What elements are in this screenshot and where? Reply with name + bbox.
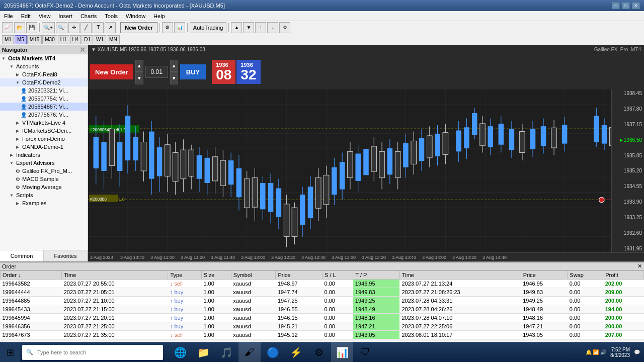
nav-item-ea[interactable]: Expert Advisors [0,159,88,167]
nav-item-acc1[interactable]: 👤 205203321: Vi... [0,86,88,95]
table-row[interactable]: 199647673 2023.07.27 21:35:00 ↓ sell 1.0… [1,331,644,339]
nav-real8-label: OctaFX-Real8 [22,71,57,77]
toolbar-save[interactable]: 💾 [26,22,37,33]
svg-rect-64 [220,160,226,186]
lot-down-arrow2[interactable]: ▼ [170,72,178,84]
menu-edit[interactable]: Edit [17,12,35,20]
table-row[interactable]: 199645433 2023.07.27 21:15:00 ↑ buy 1.00… [1,305,644,314]
nav-item-oanda[interactable]: OANDA-Demo-1 [0,143,88,151]
taskbar-app-mt4[interactable]: 📊 [331,342,353,363]
nav-item-real8[interactable]: OctaFX-Real8 [0,70,88,78]
navigator-close[interactable]: ✕ [79,46,86,54]
tf-m30[interactable]: M30 [42,35,57,44]
toolbar-line[interactable]: ╱ [80,22,92,33]
lot-input[interactable] [145,66,168,78]
taskbar-app-chrome[interactable]: 🔵 [262,342,284,363]
table-row[interactable]: 199645994 2023.07.27 21:20:01 ↑ buy 1.00… [1,314,644,322]
nav-item-scripts[interactable]: Scripts [0,191,88,199]
toolbar-sell[interactable]: ▼ [243,22,254,33]
nav-item-macd[interactable]: ⚙ MACD Sample [0,175,88,183]
taskbar-app-files[interactable]: 📁 [192,342,214,363]
nav-item-forex[interactable]: Forex.com-Demo [0,135,88,143]
tf-m15[interactable]: M15 [27,35,42,44]
tf-h1[interactable]: H1 [58,35,69,44]
toolbar-properties[interactable]: ⚙ [162,22,173,33]
maximize-button[interactable]: □ [622,2,630,9]
lot-up-arrow2[interactable]: ▲ [170,60,178,72]
taskbar-app-vpn[interactable]: 🛡 [354,342,376,363]
nav-item-examples[interactable]: Examples [0,199,88,207]
nav-item-acc4[interactable]: 👤 205775676: Vi... [0,111,88,119]
menu-file[interactable]: File [0,12,17,20]
cell-order: 199647673 [1,331,62,339]
taskbar-app-paint[interactable]: 🖌 [238,342,261,363]
search-icon: 🔍 [26,349,33,355]
nav-item-ma[interactable]: ⚙ Moving Average [0,183,88,191]
minimize-button[interactable]: ─ [612,2,620,9]
cell-time: 2023.07.27 21:15:00 [62,305,168,314]
lot-up-arrow[interactable]: ▲ [135,60,143,72]
tf-d1[interactable]: D1 [82,35,93,44]
toolbar-crosshair[interactable]: ✛ [68,22,79,33]
nav-item-accounts[interactable]: Accounts [0,62,88,70]
taskbar-search-input[interactable] [37,349,159,355]
table-row[interactable]: 199644444 2023.07.27 21:05:01 ↑ buy 1.00… [1,288,644,297]
menu-help[interactable]: Help [149,12,169,20]
nav-item-vtmarkets[interactable]: VTMarkets-Live 4 [0,119,88,127]
menu-tools[interactable]: Tools [101,12,122,20]
toolbar-text[interactable]: T [93,22,104,33]
autotrade-button[interactable]: AutoTrading [190,22,227,33]
toolbar-chart-down[interactable]: ↓ [267,22,278,33]
toolbar-indicators[interactable]: 📊 [174,22,185,33]
tf-w1[interactable]: W1 [94,35,106,44]
taskbar-app-settings[interactable]: ⚙ [308,342,330,363]
col-profit: Profit [603,271,644,280]
expand-icon [0,55,7,62]
start-button[interactable]: ⊞ [0,342,20,363]
new-order-button[interactable]: New Order [120,22,157,33]
menu-view[interactable]: View [35,12,55,20]
examples-icon [14,200,21,207]
svg-rect-72 [252,178,258,208]
buy-button[interactable]: BUY [180,64,206,79]
nav-tab-common[interactable]: Common [0,250,44,261]
toolbar-open[interactable]: 📂 [14,22,25,33]
toolbar-zoom-in[interactable]: 🔍+ [42,22,55,33]
tf-h4[interactable]: H4 [70,35,82,44]
taskbar-notification-icon[interactable]: 💬 [634,349,640,355]
toolbar-chart-up[interactable]: ↑ [255,22,266,33]
menu-charts[interactable]: Charts [76,12,101,20]
toolbar-settings2[interactable]: ⚙ [279,22,290,33]
nav-item-galileo[interactable]: ⚙ Galileo FX_Pro_M... [0,167,88,175]
taskbar-search-box[interactable]: 🔍 [22,345,163,360]
tf-mn[interactable]: MN [107,35,120,44]
orders-table-container[interactable]: Order ↓ Time Type Size Symbol Price S / … [0,270,644,351]
taskbar-app-edge[interactable]: 🌐 [169,342,191,363]
tf-m1[interactable]: M1 [2,35,14,44]
svg-rect-94 [340,162,345,189]
toolbar-new-chart[interactable]: 📈 [2,22,13,33]
table-row[interactable]: 199644885 2023.07.27 21:10:00 ↑ buy 1.00… [1,297,644,305]
taskbar-app-spotify[interactable]: 🎵 [215,342,237,363]
orders-close-btn[interactable]: ✕ [637,263,642,269]
toolbar-zoom-out[interactable]: 🔍- [56,22,67,33]
nav-item-indicators[interactable]: Indicators [0,151,88,159]
sell-button[interactable]: New Order [90,64,133,79]
lot-down-arrow[interactable]: ▼ [135,72,143,84]
table-row[interactable]: 199643582 2023.07.27 20:55:00 ↓ sell 1.0… [1,280,644,288]
nav-item-demo2[interactable]: OctaFX-Demo2 [0,78,88,86]
toolbar-buy[interactable]: ▲ [231,22,242,33]
nav-item-acc2[interactable]: 👤 205507754: Vi... [0,95,88,103]
taskbar-app-metro[interactable]: ⚡ [285,342,307,363]
menu-insert[interactable]: Insert [54,12,76,20]
nav-item-acc3[interactable]: 👤 205654867: Vi... [0,103,88,111]
menu-window[interactable]: Window [122,12,149,20]
nav-tab-favorites[interactable]: Favorites [44,250,88,261]
menu-bar: File Edit View Insert Charts Tools Windo… [0,11,644,21]
close-button[interactable]: ✕ [632,2,640,9]
table-row[interactable]: 199646356 2023.07.27 21:25:00 ↑ buy 1.00… [1,322,644,331]
nav-item-root[interactable]: Octa Markets MT4 [0,54,88,62]
tf-m5[interactable]: M5 [15,35,27,44]
toolbar-arrow[interactable]: ↗ [105,22,116,33]
nav-item-icmarkets[interactable]: ICMarketsSC-Den... [0,127,88,135]
